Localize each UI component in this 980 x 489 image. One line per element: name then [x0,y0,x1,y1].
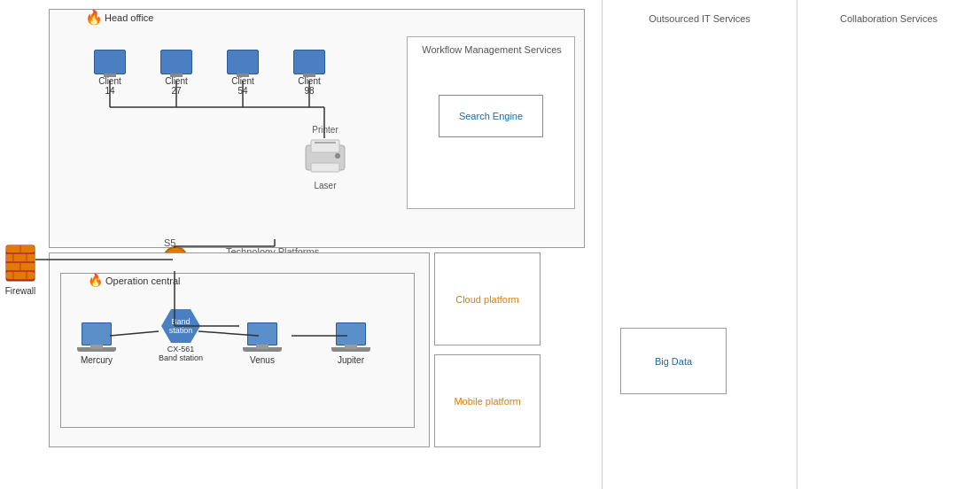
firewall-area: Firewall [4,244,36,296]
client-98[interactable]: Client98 [293,50,325,96]
client-icon [293,50,325,74]
printer-area: Printer Laser [302,125,348,190]
jupiter-icon [336,322,366,345]
big-data-label: Big Data [655,356,692,367]
head-office-box: 🔥 Head office Client14 Client27 Client54… [49,9,585,248]
client-icon [160,50,192,74]
printer-label: Printer [302,125,348,135]
firewall-icon [4,244,36,283]
operation-central-box: 🔥 Operation central Mercury Bandstation … [60,273,415,428]
workflow-box: Workflow Management Services Search Engi… [407,36,575,209]
operation-central-label: 🔥 Operation central [88,273,180,287]
band-station-node[interactable]: Bandstation CX-561Band station [159,309,203,362]
venus-label: Venus [243,355,282,365]
client-54[interactable]: Client54 [227,50,259,96]
laser-label: Laser [302,181,348,190]
printer-icon [302,136,348,179]
venus-icon [247,322,277,345]
client-icon [94,50,126,74]
flame-icon: 🔥 [85,9,103,26]
head-office-label: 🔥 Head office [85,9,153,26]
svg-rect-4 [315,142,336,144]
firewall-label: Firewall [4,286,36,296]
main-area: 🔥 Head office Client14 Client27 Client54… [0,0,603,489]
venus-node[interactable]: Venus [243,322,282,365]
mobile-platform-label: Mobile platform [454,396,520,407]
client-27[interactable]: Client27 [160,50,192,96]
client-icon [227,50,259,74]
cloud-platform-box: Cloud platform [434,252,541,345]
mercury-label: Mercury [77,355,116,365]
outsourced-label: Outsourced IT Services [649,13,751,24]
outsourced-area: Outsourced IT Services Big Data [603,0,797,489]
svg-rect-15 [6,272,35,279]
mobile-platform-box: Mobile platform [434,354,541,447]
svg-rect-13 [6,254,35,261]
collab-area: Collaboration Services [797,0,980,489]
client-14[interactable]: Client14 [94,50,126,96]
cloud-platform-label: Cloud platform [455,294,519,305]
mercury-icon [82,322,112,345]
band-station-sublabel: CX-561Band station [159,345,203,362]
search-engine-label: Search Engine [459,111,523,121]
jupiter-label: Jupiter [331,355,370,365]
client-27-label: Client27 [160,76,192,96]
svg-point-3 [335,153,340,159]
jupiter-node[interactable]: Jupiter [331,322,370,365]
band-station-icon: Bandstation [161,309,200,343]
op-flame-icon: 🔥 [88,273,103,287]
collab-label: Collaboration Services [840,13,937,24]
svg-line-22 [110,331,159,336]
client-54-label: Client54 [227,76,259,96]
mercury-node[interactable]: Mercury [77,322,116,365]
workflow-label: Workflow Management Services [416,44,567,55]
big-data-box[interactable]: Big Data [620,328,727,394]
client-14-label: Client14 [94,76,126,96]
svg-rect-2 [311,163,339,172]
search-engine-box[interactable]: Search Engine [439,95,543,137]
client-98-label: Client98 [293,76,325,96]
tech-platforms-box: 🔥 Operation central Mercury Bandstation … [49,252,430,447]
